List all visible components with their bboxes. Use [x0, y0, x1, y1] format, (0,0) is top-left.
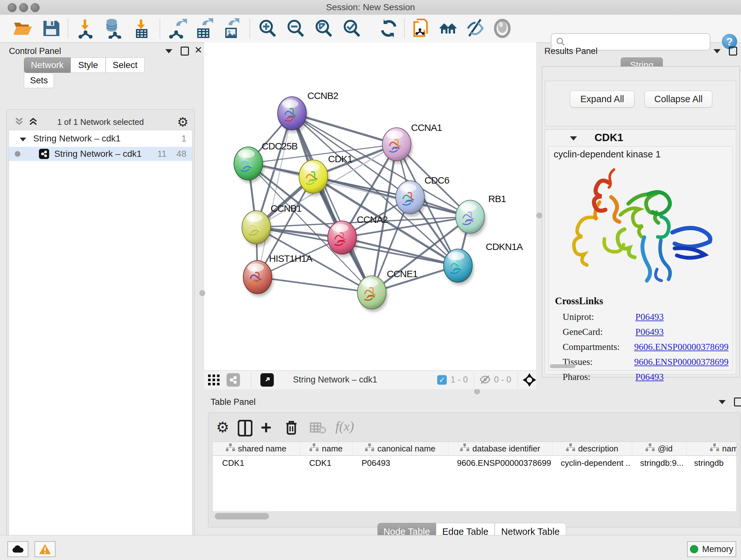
table-hscrollbar[interactable] — [215, 513, 269, 519]
column-header-description[interactable]: description — [552, 442, 632, 455]
network-view-icon[interactable] — [226, 373, 240, 387]
network-collection-row[interactable]: String Network – cdk1 1 — [9, 132, 192, 145]
crosslink-value-link[interactable]: P06493 — [635, 327, 664, 337]
network-panel-box: 1 of 1 Network selected ⚙ String Network… — [6, 109, 195, 560]
node-CCNA1[interactable]: CCNA1 — [382, 122, 442, 164]
show-columns-icon[interactable] — [238, 420, 253, 438]
edge-HIST1H1A-CCNE1[interactable] — [258, 277, 372, 293]
node-RB1[interactable]: RB1 — [456, 193, 506, 236]
column-tree-icon — [365, 443, 374, 454]
crosslinks-list: Uniprot:P06493GeneCard:P06493Compartment… — [562, 309, 729, 384]
zoom-fit-icon[interactable] — [313, 18, 334, 39]
cloud-button[interactable] — [7, 541, 28, 557]
left-splitter-handle[interactable] — [199, 290, 205, 296]
refresh-icon[interactable] — [379, 18, 399, 39]
zoom-selected-icon[interactable] — [341, 18, 362, 39]
right-splitter-handle[interactable] — [536, 212, 542, 219]
network-selection-status: 1 of 1 Network selected — [7, 117, 194, 127]
birds-eye-view-icon[interactable] — [523, 373, 536, 388]
column-header-namespace[interactable]: namespace — [686, 442, 737, 455]
crosslink-row: Compartments:9606.ENSP00000378699 — [562, 339, 729, 354]
delete-column-trash-icon[interactable] — [284, 419, 298, 437]
string-import-icon[interactable] — [412, 18, 432, 39]
import-network-database-icon[interactable] — [103, 18, 123, 39]
home-icon[interactable] — [438, 18, 458, 39]
node-label-CDKN1A: CDKN1A — [486, 241, 523, 252]
network-row[interactable]: String Network – cdk1 11 48 — [9, 147, 192, 161]
crosslink-value-link[interactable]: P06493 — [635, 372, 664, 382]
control-panel-maximize-icon[interactable] — [181, 47, 189, 57]
crosslink-row: GeneCard:P06493 — [562, 324, 729, 339]
show-hide-graphics-icon[interactable] — [465, 18, 486, 39]
gene-name: CDK1 — [595, 132, 623, 144]
zoom-out-icon[interactable] — [285, 18, 306, 39]
table-options-gear-icon[interactable]: ⚙ — [216, 419, 229, 436]
node-CDC6[interactable]: CDC6 — [396, 175, 449, 217]
column-header-name[interactable]: name — [300, 442, 353, 455]
node-label-CCNA2: CCNA2 — [357, 214, 388, 225]
zoom-in-icon[interactable] — [257, 18, 278, 39]
expand-all-button[interactable]: Expand All — [570, 91, 634, 108]
column-header-@id[interactable]: @id — [632, 442, 686, 455]
crosslink-value-link[interactable]: P06493 — [635, 312, 664, 322]
crosslink-label: Pharos: — [562, 372, 635, 382]
gene-collapse-icon[interactable] — [570, 136, 577, 142]
crosslink-value-link[interactable]: 9606.ENSP00000378699 — [634, 357, 729, 367]
node-table[interactable]: shared namenamecanonical namedatabase id… — [212, 442, 737, 512]
open-in-browser-icon[interactable] — [260, 373, 274, 387]
edge-CCNB2-CCNE1[interactable] — [292, 113, 372, 293]
memory-button[interactable]: Memory — [687, 541, 736, 557]
column-header-database-identifier[interactable]: database identifier — [448, 442, 552, 455]
column-header-label: canonical name — [377, 444, 435, 454]
results-hscrollbar[interactable] — [550, 364, 576, 368]
column-header-label: name — [322, 444, 342, 454]
grid-view-icon[interactable] — [208, 374, 220, 387]
crosslink-value-link[interactable]: 9606.ENSP00000378699 — [634, 341, 729, 352]
node-label-CDK1: CDK1 — [328, 153, 352, 164]
table-panel-maximize-icon[interactable] — [734, 397, 741, 408]
tab-sets[interactable]: Sets — [24, 73, 54, 88]
node-CCNB2[interactable]: CCNB2 — [278, 90, 338, 133]
control-panel: Control Panel ✕ NetworkStyleSelectSets 1… — [0, 43, 200, 535]
network-canvas[interactable]: CCNB2CCNA1CDC25BCDK1CDC6RB1CCNB1CCNA2CDK… — [204, 43, 536, 370]
footer-separator — [518, 373, 518, 387]
crosslink-label: Uniprot: — [562, 312, 635, 322]
node-CCNE1[interactable]: CCNE1 — [357, 268, 418, 312]
create-column-plus-icon[interactable]: + — [261, 417, 272, 438]
collection-count: 1 — [181, 133, 186, 144]
export-network-icon[interactable] — [167, 18, 188, 39]
edge-CCNB2-HIST1H1A[interactable] — [258, 113, 292, 277]
control-panel-close-icon[interactable]: ✕ — [194, 47, 202, 55]
collection-expand-icon[interactable] — [20, 133, 26, 144]
crosslinks-heading: CrossLinks — [555, 295, 603, 307]
control-panel-float-icon[interactable] — [165, 49, 172, 55]
export-image-icon[interactable] — [221, 18, 241, 39]
results-panel-float-icon[interactable] — [714, 49, 721, 55]
results-panel-maximize-icon[interactable] — [729, 47, 737, 57]
warning-button[interactable] — [35, 541, 56, 557]
tab-style[interactable]: Style — [71, 57, 106, 73]
network-options-gear-icon[interactable]: ⚙ — [177, 115, 189, 129]
node-CDKN1A[interactable]: CDKN1A — [444, 241, 523, 285]
column-header-canonical-name[interactable]: canonical name — [353, 442, 448, 455]
column-header-shared-name[interactable]: shared name — [212, 442, 300, 455]
network-label: String Network – cdk1 — [54, 149, 142, 159]
save-session-icon[interactable] — [41, 18, 61, 39]
node-HIST1H1A[interactable]: HIST1H1A — [243, 253, 313, 297]
table-panel-box: ⚙ + f(x) shared namenamecanonical nameda… — [208, 413, 740, 527]
tab-select[interactable]: Select — [106, 57, 145, 73]
collapse-all-button[interactable]: Collapse All — [645, 91, 712, 108]
selected-checkbox-icon[interactable]: ✓ — [437, 375, 447, 385]
function-builder-icon: f(x) — [335, 419, 354, 434]
import-table-file-icon[interactable] — [131, 18, 151, 39]
tab-network[interactable]: Network — [24, 57, 71, 73]
table-panel-float-icon[interactable] — [719, 400, 726, 406]
table-row[interactable]: CDK1CDK1P064939606.ENSP00000378699cyclin… — [212, 456, 737, 470]
import-network-file-icon[interactable] — [75, 18, 96, 39]
results-panel-title: Results Panel — [544, 46, 598, 56]
node-label-HIST1H1A: HIST1H1A — [269, 253, 313, 264]
open-session-icon[interactable] — [12, 18, 32, 39]
export-table-icon[interactable] — [193, 18, 214, 39]
protein-structure-image[interactable] — [549, 164, 732, 292]
presentation-mode-icon[interactable] — [492, 18, 513, 39]
